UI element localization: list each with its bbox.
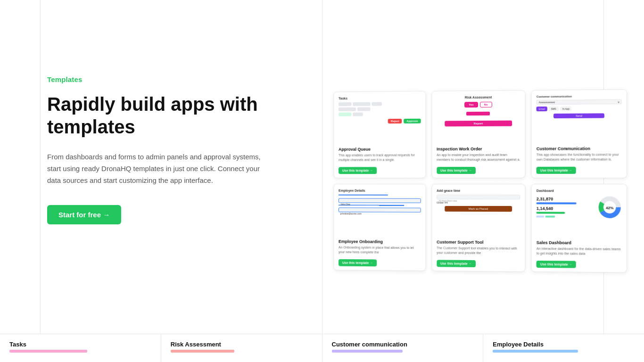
card-preview-risk: Risk Assessment Yes No Report [432,90,525,143]
section-label: Templates [47,75,294,83]
right-panel: Tasks [322,0,644,362]
card-title-risk: Inspection Work Order [437,147,520,152]
card-preview-comm: Customer communication Announcement ▾ Em… [532,90,627,142]
template-card-comm: Customer communication Announcement ▾ Em… [531,89,627,178]
card-desc-emp: An Onboarding system in place that allow… [339,245,421,255]
card-title-dash: Sales Dashboard [537,240,622,246]
card-preview-emp: Employee Details John Doe johndoe@acme.c… [334,184,425,236]
btm-card-title-comm: Customer communication [332,341,474,348]
use-template-approval[interactable]: Use this template → [339,167,377,174]
btm-card-comm: Customer communication [322,334,484,362]
description: From dashboards and forms to admin panel… [47,151,273,186]
main-heading: Rapidly build apps with templates [47,93,294,138]
card-desc-risk: An app to enable your inspection and aud… [437,153,520,162]
svg-text:42%: 42% [606,206,613,210]
btm-card-title-emp: Employee Details [493,341,635,348]
left-panel: Templates Rapidly build apps with templa… [0,0,322,362]
card-title-comm: Customer Communication [537,146,622,151]
use-template-emp[interactable]: Use this template → [339,259,377,266]
bottom-tasks-row: Tasks Risk Assessment Customer communica… [0,334,644,362]
template-card-emp: Employee Details John Doe johndoe@acme.c… [333,184,426,271]
btm-card-title-tasks: Tasks [9,341,151,348]
btm-card-tasks: Tasks [0,334,161,362]
page-wrapper: Templates Rapidly build apps with templa… [0,0,644,362]
use-template-comm[interactable]: Use this template → [537,167,576,174]
card-title-support: Customer Support Tool [437,240,520,245]
template-card-dash: Dashboard 2,31,870 1,14,540 [531,184,627,273]
template-card-risk: Risk Assessment Yes No Report Inspection… [431,90,526,178]
card-title-emp: Employee Onboarding [339,239,421,244]
use-template-risk[interactable]: Use this template → [437,167,476,174]
card-preview-dash: Dashboard 2,31,870 1,14,540 [532,184,627,237]
btm-card-emp: Employee Details [483,334,644,362]
use-template-support[interactable]: Use this template → [437,260,476,267]
main-section: Templates Rapidly build apps with templa… [0,0,644,362]
card-desc-dash: An interactive dashboard for the data-dr… [537,247,622,256]
card-desc-approval: This app enables users to track approval… [339,153,421,162]
card-title-approval: Approval Queue [339,147,421,151]
btm-card-risk: Risk Assessment [161,334,322,362]
template-card-approval: Tasks [333,91,426,178]
card-desc-support: The Customer Support tool enables you to… [437,246,520,255]
btm-card-title-risk: Risk Assessment [171,341,313,348]
template-grid: Tasks [333,89,627,272]
card-desc-comm: This app showcases the functionality to … [537,152,622,162]
card-preview-approval: Tasks [334,91,425,143]
template-card-support: Add grace time 10 days from now Order #4… [431,184,526,272]
use-template-dash[interactable]: Use this template → [537,261,576,268]
cta-button[interactable]: Start for free → [47,205,121,224]
card-preview-support: Add grace time 10 days from now Order #4… [432,184,525,237]
pie-chart: 42% [598,195,622,219]
